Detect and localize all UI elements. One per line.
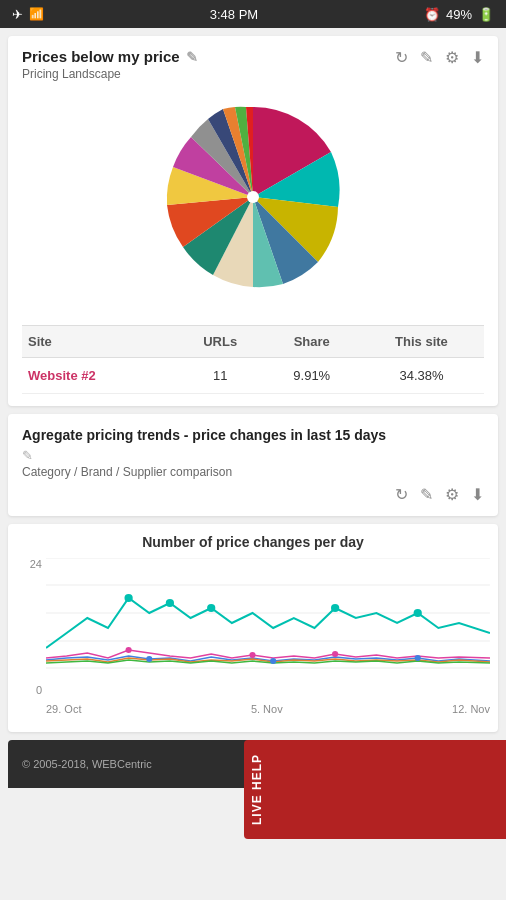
prices-below-card: Prices below my price ✎ Pricing Landscap… <box>8 36 498 406</box>
pie-center <box>247 191 259 203</box>
download-icon-2[interactable]: ⬇ <box>471 485 484 504</box>
card2-toolbar: ↻ ✎ ⚙ ⬇ <box>22 485 484 504</box>
aggregate-trends-section: Agregate pricing trends - price changes … <box>8 414 498 516</box>
chart-area <box>46 558 490 696</box>
battery-icon: 🔋 <box>478 7 494 22</box>
card1-toolbar: ↻ ✎ ⚙ ⬇ <box>395 48 484 67</box>
cell-site[interactable]: Website #2 <box>22 358 176 394</box>
card1-edit-icon[interactable]: ✎ <box>186 49 198 65</box>
chart-y-axis: 24 0 <box>16 558 46 696</box>
cell-share: 9.91% <box>265 358 359 394</box>
dot-pink-2 <box>249 652 255 658</box>
card2-subtitle: Category / Brand / Supplier comparison <box>22 465 484 479</box>
dot-4 <box>331 604 339 612</box>
y-label-0: 0 <box>36 684 42 696</box>
line-pink <box>46 650 490 658</box>
chart-container: Number of price changes per day 24 0 <box>8 524 498 732</box>
status-time: 3:48 PM <box>210 7 258 22</box>
status-right: ⏰ 49% 🔋 <box>424 7 494 22</box>
site-link[interactable]: Website #2 <box>28 368 96 383</box>
chart-title: Number of price changes per day <box>16 534 490 550</box>
pie-chart-container <box>22 87 484 317</box>
pie-chart <box>153 97 353 297</box>
download-icon[interactable]: ⬇ <box>471 48 484 67</box>
pricing-table: Site URLs Share This site Website #2 11 … <box>22 325 484 394</box>
dot-1 <box>124 594 132 602</box>
col-thissite: This site <box>359 326 484 358</box>
card2-title: Agregate pricing trends - price changes … <box>22 426 484 444</box>
dot-blue-3 <box>415 655 421 661</box>
pencil-icon-2[interactable]: ✎ <box>420 485 433 504</box>
gear-icon-2[interactable]: ⚙ <box>445 485 459 504</box>
x-label-oct29: 29. Oct <box>46 703 81 715</box>
status-bar: ✈ 📶 3:48 PM ⏰ 49% 🔋 <box>0 0 506 28</box>
dot-pink-3 <box>332 651 338 657</box>
dot-blue-1 <box>146 656 152 662</box>
card1-title: Prices below my price ✎ <box>22 48 395 65</box>
line-chart-svg <box>46 558 490 696</box>
card2-edit-icon[interactable]: ✎ <box>22 448 484 463</box>
refresh-icon-2[interactable]: ↻ <box>395 485 408 504</box>
table-row: Website #2 11 9.91% 34.38% <box>22 358 484 394</box>
status-left: ✈ 📶 <box>12 7 44 22</box>
chart-x-labels: 29. Oct 5. Nov 12. Nov <box>46 700 490 718</box>
live-help-button[interactable]: LIVE HELP <box>244 740 506 839</box>
col-urls: URLs <box>176 326 265 358</box>
card1-title-text: Prices below my price <box>22 48 180 65</box>
cell-thissite: 34.38% <box>359 358 484 394</box>
dot-3 <box>207 604 215 612</box>
cell-urls: 11 <box>176 358 265 394</box>
card1-title-block: Prices below my price ✎ Pricing Landscap… <box>22 48 395 81</box>
pencil-icon[interactable]: ✎ <box>420 48 433 67</box>
refresh-icon[interactable]: ↻ <box>395 48 408 67</box>
col-site: Site <box>22 326 176 358</box>
x-label-nov5: 5. Nov <box>251 703 283 715</box>
y-label-24: 24 <box>30 558 42 570</box>
gear-icon[interactable]: ⚙ <box>445 48 459 67</box>
alarm-icon: ⏰ <box>424 7 440 22</box>
dot-blue-2 <box>270 658 276 664</box>
card1-header: Prices below my price ✎ Pricing Landscap… <box>22 48 484 81</box>
chart-inner: 24 0 <box>16 558 490 718</box>
x-label-nov12: 12. Nov <box>452 703 490 715</box>
wifi-icon: 📶 <box>29 7 44 21</box>
airplane-icon: ✈ <box>12 7 23 22</box>
dot-2 <box>166 599 174 607</box>
card1-subtitle: Pricing Landscape <box>22 67 395 81</box>
battery-text: 49% <box>446 7 472 22</box>
dot-5 <box>414 609 422 617</box>
dot-pink-1 <box>126 647 132 653</box>
table-header-row: Site URLs Share This site <box>22 326 484 358</box>
col-share: Share <box>265 326 359 358</box>
footer-copyright: © 2005-2018, WEBCentric <box>22 758 152 770</box>
